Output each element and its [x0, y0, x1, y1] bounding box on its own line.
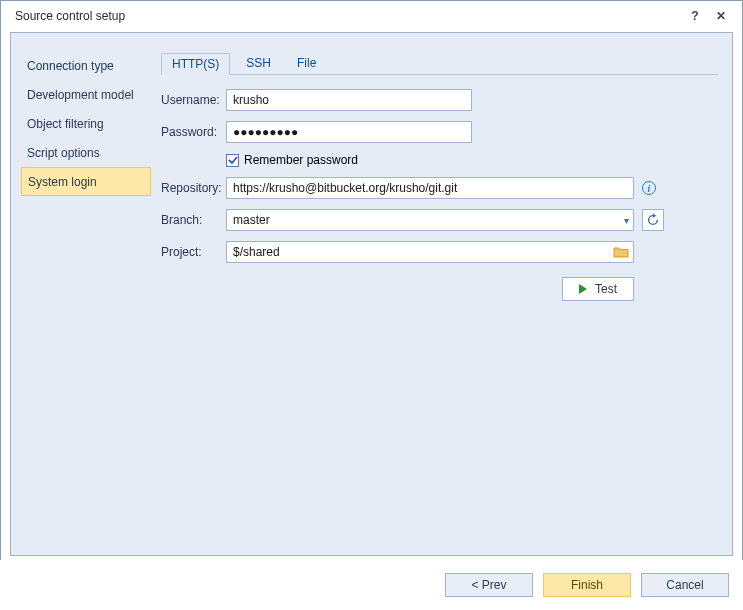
test-label: Test — [595, 282, 617, 296]
dialog-title: Source control setup — [15, 9, 680, 23]
tab-label: File — [297, 56, 316, 70]
button-label: Cancel — [666, 578, 703, 592]
sidebar-item-label: Development model — [27, 88, 134, 102]
tab-file[interactable]: File — [287, 52, 326, 74]
sidebar-item-label: Script options — [27, 146, 100, 160]
footer-bar: < Prev Finish Cancel — [0, 560, 743, 610]
button-label: Finish — [571, 578, 603, 592]
sidebar-item-connection-type[interactable]: Connection type — [21, 51, 151, 80]
wizard-sidebar: Connection type Development model Object… — [21, 51, 151, 196]
branch-value: master — [233, 213, 624, 227]
branch-label: Branch: — [161, 213, 226, 227]
tab-ssh[interactable]: SSH — [236, 52, 281, 74]
test-button[interactable]: Test — [562, 277, 634, 301]
project-field: $/shared — [226, 241, 634, 263]
sidebar-item-system-login[interactable]: System login — [21, 167, 151, 196]
remember-password-label: Remember password — [244, 153, 358, 167]
project-value: $/shared — [233, 245, 613, 259]
remember-password-checkbox[interactable]: Remember password — [226, 153, 358, 167]
protocol-tabs: HTTP(S) SSH File — [161, 51, 718, 75]
button-label: < Prev — [471, 578, 506, 592]
browse-folder-button[interactable] — [613, 245, 629, 259]
password-label: Password: — [161, 125, 226, 139]
repository-label: Repository: — [161, 181, 226, 195]
play-icon — [579, 284, 587, 294]
cancel-button[interactable]: Cancel — [641, 573, 729, 597]
sidebar-item-label: System login — [28, 175, 97, 189]
branch-select[interactable]: master ▾ — [226, 209, 634, 231]
password-input[interactable] — [226, 121, 472, 143]
folder-icon — [613, 245, 629, 259]
tab-label: SSH — [246, 56, 271, 70]
tab-label: HTTP(S) — [172, 57, 219, 71]
finish-button[interactable]: Finish — [543, 573, 631, 597]
main-form: HTTP(S) SSH File Username: Password: Rem… — [161, 51, 718, 301]
sidebar-item-script-options[interactable]: Script options — [21, 138, 151, 167]
username-input[interactable] — [226, 89, 472, 111]
sidebar-item-object-filtering[interactable]: Object filtering — [21, 109, 151, 138]
close-icon[interactable]: ✕ — [710, 5, 732, 27]
project-label: Project: — [161, 245, 226, 259]
repository-input[interactable] — [226, 177, 634, 199]
prev-button[interactable]: < Prev — [445, 573, 533, 597]
info-icon[interactable]: i — [642, 181, 656, 195]
checkbox-icon — [226, 154, 239, 167]
sidebar-item-label: Object filtering — [27, 117, 104, 131]
title-bar: Source control setup ? ✕ — [1, 1, 742, 31]
tab-https[interactable]: HTTP(S) — [161, 53, 230, 75]
sidebar-item-development-model[interactable]: Development model — [21, 80, 151, 109]
refresh-button[interactable] — [642, 209, 664, 231]
chevron-down-icon: ▾ — [624, 215, 629, 226]
help-icon[interactable]: ? — [684, 5, 706, 27]
content-pane: Connection type Development model Object… — [10, 32, 733, 556]
refresh-icon — [646, 213, 660, 227]
sidebar-item-label: Connection type — [27, 59, 114, 73]
username-label: Username: — [161, 93, 226, 107]
